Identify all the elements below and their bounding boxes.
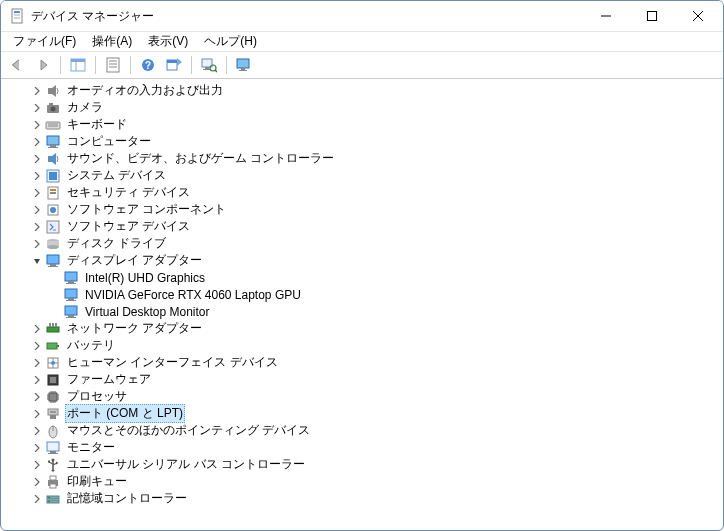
expand-icon[interactable]: [29, 406, 45, 422]
tree-node[interactable]: キーボード: [1, 116, 723, 133]
show-hide-console-tree-button[interactable]: [66, 54, 90, 76]
scan-hardware-button[interactable]: [197, 54, 221, 76]
maximize-button[interactable]: [629, 1, 675, 31]
firmware-icon: [45, 372, 61, 388]
add-legacy-hardware-button[interactable]: [232, 54, 256, 76]
titlebar: デバイス マネージャー: [1, 1, 723, 31]
expand-icon[interactable]: [29, 321, 45, 337]
expand-icon[interactable]: [29, 372, 45, 388]
tree-node[interactable]: Intel(R) UHD Graphics: [1, 269, 723, 286]
tree-node[interactable]: ネットワーク アダプター: [1, 320, 723, 337]
tree-node[interactable]: ディスプレイ アダプター: [1, 252, 723, 269]
tree-node-label: セキュリティ デバイス: [65, 184, 192, 201]
expand-icon[interactable]: [29, 389, 45, 405]
menu-help[interactable]: ヘルプ(H): [196, 31, 265, 52]
disk-icon: [45, 236, 61, 252]
tree-node[interactable]: マウスとそのほかのポインティング デバイス: [1, 422, 723, 439]
help-button[interactable]: ?: [136, 54, 160, 76]
tree-node-label: モニター: [65, 439, 117, 456]
usb-icon: [45, 457, 61, 473]
monitor-icon: [45, 440, 61, 456]
expand-icon[interactable]: [29, 151, 45, 167]
tree-node[interactable]: Virtual Desktop Monitor: [1, 303, 723, 320]
tree-node[interactable]: オーディオの入力および出力: [1, 82, 723, 99]
svg-rect-24: [237, 59, 249, 68]
svg-rect-25: [241, 68, 245, 70]
collapse-icon[interactable]: [29, 253, 45, 269]
tree-node[interactable]: システム デバイス: [1, 167, 723, 184]
expand-icon[interactable]: [29, 338, 45, 354]
svg-rect-2: [14, 14, 20, 16]
tree-node[interactable]: モニター: [1, 439, 723, 456]
hid-icon: [45, 355, 61, 371]
toolbar-separator: [191, 56, 192, 74]
tree-node-label: NVIDIA GeForce RTX 4060 Laptop GPU: [83, 288, 303, 302]
svg-rect-20: [205, 67, 209, 69]
expand-icon[interactable]: [29, 236, 45, 252]
tree-node[interactable]: NVIDIA GeForce RTX 4060 Laptop GPU: [1, 286, 723, 303]
tree-node-label: ソフトウェア デバイス: [65, 218, 192, 235]
forward-button[interactable]: [31, 54, 55, 76]
tree-node-label: プロセッサ: [65, 388, 129, 405]
svg-rect-26: [239, 70, 247, 71]
expand-icon[interactable]: [29, 440, 45, 456]
network-icon: [45, 321, 61, 337]
toolbar-separator: [95, 56, 96, 74]
tree-node[interactable]: ポート (COM と LPT): [1, 405, 723, 422]
device-tree[interactable]: オーディオの入力および出力カメラキーボードコンピューターサウンド、ビデオ、および…: [1, 79, 723, 530]
tree-node-label: システム デバイス: [65, 167, 168, 184]
tree-node-label: 印刷キュー: [65, 473, 129, 490]
svg-rect-3: [14, 17, 20, 19]
expand-icon[interactable]: [29, 202, 45, 218]
minimize-button[interactable]: [583, 1, 629, 31]
expand-icon[interactable]: [29, 83, 45, 99]
tree-node[interactable]: カメラ: [1, 99, 723, 116]
tree-node[interactable]: ヒューマン インターフェイス デバイス: [1, 354, 723, 371]
cpu-icon: [45, 389, 61, 405]
tree-node[interactable]: バッテリ: [1, 337, 723, 354]
tree-node[interactable]: ソフトウェア コンポーネント: [1, 201, 723, 218]
expand-icon[interactable]: [29, 423, 45, 439]
expand-icon[interactable]: [29, 117, 45, 133]
display-icon: [45, 253, 61, 269]
display-icon: [63, 287, 79, 303]
menu-view[interactable]: 表示(V): [140, 31, 196, 52]
expand-icon[interactable]: [29, 457, 45, 473]
tree-node[interactable]: ソフトウェア デバイス: [1, 218, 723, 235]
tree-node[interactable]: サウンド、ビデオ、およびゲーム コントローラー: [1, 150, 723, 167]
svg-text:?: ?: [145, 60, 151, 71]
back-button[interactable]: [5, 54, 29, 76]
expand-icon[interactable]: [29, 185, 45, 201]
toolbar-separator: [60, 56, 61, 74]
expand-icon[interactable]: [29, 491, 45, 507]
tree-node[interactable]: ファームウェア: [1, 371, 723, 388]
expand-icon[interactable]: [29, 168, 45, 184]
toolbar-separator: [130, 56, 131, 74]
expand-icon[interactable]: [29, 219, 45, 235]
menu-file[interactable]: ファイル(F): [5, 31, 84, 52]
expander-placeholder: [47, 270, 63, 286]
expand-icon[interactable]: [29, 134, 45, 150]
expand-icon[interactable]: [29, 100, 45, 116]
menu-action[interactable]: 操作(A): [84, 31, 140, 52]
tree-node[interactable]: コンピューター: [1, 133, 723, 150]
expand-icon[interactable]: [29, 355, 45, 371]
tree-node[interactable]: セキュリティ デバイス: [1, 184, 723, 201]
tree-node-label: ポート (COM と LPT): [65, 404, 185, 423]
close-button[interactable]: [675, 1, 721, 31]
tree-node[interactable]: 印刷キュー: [1, 473, 723, 490]
tree-node[interactable]: ユニバーサル シリアル バス コントローラー: [1, 456, 723, 473]
tree-node-label: ヒューマン インターフェイス デバイス: [65, 354, 280, 371]
expand-icon[interactable]: [29, 474, 45, 490]
tree-node-label: ファームウェア: [65, 371, 153, 388]
tree-node[interactable]: プロセッサ: [1, 388, 723, 405]
tree-node[interactable]: 記憶域コントローラー: [1, 490, 723, 507]
keyboard-icon: [45, 117, 61, 133]
tree-node-label: バッテリ: [65, 337, 117, 354]
action-button[interactable]: [162, 54, 186, 76]
tree-node[interactable]: ディスク ドライブ: [1, 235, 723, 252]
properties-button[interactable]: [101, 54, 125, 76]
tree-node-label: マウスとそのほかのポインティング デバイス: [65, 422, 312, 439]
tree-node-label: ディスプレイ アダプター: [65, 252, 204, 269]
tree-node-label: ソフトウェア コンポーネント: [65, 201, 228, 218]
